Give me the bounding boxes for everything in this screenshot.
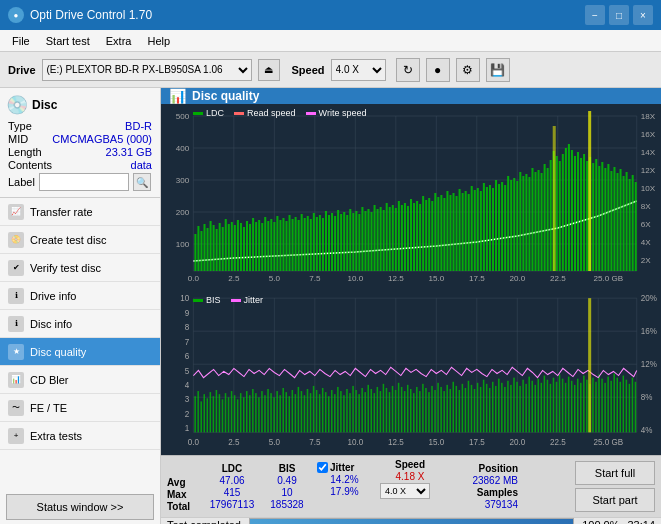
- svg-text:20%: 20%: [641, 294, 657, 303]
- svg-rect-104: [377, 209, 379, 271]
- svg-rect-254: [249, 395, 251, 432]
- sidebar-item-fe-te[interactable]: 〜 FE / TE: [0, 394, 160, 422]
- svg-rect-330: [480, 387, 482, 432]
- svg-rect-180: [607, 164, 609, 271]
- svg-rect-85: [319, 215, 321, 271]
- svg-rect-371: [604, 383, 606, 433]
- create-test-label: Create test disc: [30, 234, 106, 246]
- svg-rect-136: [474, 190, 476, 271]
- sidebar-item-disc-info[interactable]: ℹ Disc info: [0, 310, 160, 338]
- sidebar-item-create-test-disc[interactable]: 📀 Create test disc: [0, 226, 160, 254]
- svg-rect-317: [440, 387, 442, 432]
- svg-rect-96: [352, 213, 354, 271]
- svg-text:20.0: 20.0: [509, 438, 525, 447]
- start-part-button[interactable]: Start part: [575, 488, 655, 512]
- start-full-button[interactable]: Start full: [575, 461, 655, 485]
- svg-rect-128: [449, 195, 451, 271]
- svg-rect-375: [616, 378, 618, 433]
- menu-help[interactable]: Help: [139, 33, 178, 49]
- bottom-chart: BIS Jitter: [163, 293, 659, 453]
- speed-label: Speed: [292, 64, 325, 76]
- svg-rect-93: [343, 212, 345, 271]
- svg-rect-333: [489, 388, 491, 432]
- bis-max: 10: [265, 487, 309, 498]
- svg-rect-356: [559, 375, 561, 433]
- label-icon-button[interactable]: 🔍: [133, 173, 151, 191]
- eject-icon[interactable]: ⏏: [258, 59, 280, 81]
- save-icon[interactable]: 💾: [486, 58, 510, 82]
- maximize-button[interactable]: □: [609, 5, 629, 25]
- ldc-total: 17967113: [207, 499, 257, 510]
- sidebar-item-cd-bler[interactable]: 📊 CD Bler: [0, 366, 160, 394]
- svg-rect-367: [592, 378, 594, 433]
- svg-rect-296: [377, 387, 379, 432]
- svg-rect-298: [383, 384, 385, 433]
- svg-rect-92: [340, 214, 342, 271]
- svg-rect-364: [583, 376, 585, 433]
- jitter-stats-col: Jitter 14.2% 17.9%: [317, 462, 372, 512]
- svg-rect-241: [210, 392, 212, 432]
- svg-rect-348: [534, 385, 536, 432]
- svg-rect-274: [310, 393, 312, 432]
- sidebar-item-verify-test-disc[interactable]: ✔ Verify test disc: [0, 254, 160, 282]
- menu-start-test[interactable]: Start test: [38, 33, 98, 49]
- svg-rect-166: [565, 148, 567, 271]
- burn-icon[interactable]: ●: [426, 58, 450, 82]
- svg-rect-169: [574, 156, 576, 271]
- svg-rect-64: [255, 222, 257, 271]
- drive-selector[interactable]: (E:) PLEXTOR BD-R PX-LB950SA 1.06: [42, 59, 252, 81]
- minimize-button[interactable]: −: [585, 5, 605, 25]
- ldc-max: 415: [207, 487, 257, 498]
- svg-rect-66: [261, 223, 263, 271]
- transfer-rate-label: Transfer rate: [30, 206, 93, 218]
- sidebar-item-transfer-rate[interactable]: 📈 Transfer rate: [0, 198, 160, 226]
- sidebar-item-extra-tests[interactable]: + Extra tests: [0, 422, 160, 450]
- svg-rect-278: [322, 388, 324, 432]
- svg-rect-106: [383, 210, 385, 271]
- svg-rect-361: [574, 385, 576, 432]
- ldc-dot: [193, 112, 203, 115]
- svg-rect-328: [474, 389, 476, 432]
- sidebar-item-drive-info[interactable]: ℹ Drive info: [0, 282, 160, 310]
- svg-rect-154: [528, 177, 530, 271]
- svg-rect-353: [550, 384, 552, 433]
- status-window-button[interactable]: Status window >>: [6, 494, 154, 520]
- svg-rect-240: [207, 398, 209, 432]
- refresh-icon[interactable]: ↻: [396, 58, 420, 82]
- top-chart-svg: 500 400 300 200 100 18X 16X 14X 12X 10X …: [163, 106, 659, 291]
- close-button[interactable]: ×: [633, 5, 653, 25]
- type-label: Type: [8, 120, 32, 132]
- svg-rect-126: [443, 198, 445, 271]
- bis-stats-col: BIS 0.49 10 185328: [265, 463, 309, 510]
- svg-rect-299: [386, 388, 388, 432]
- speed-select[interactable]: 4.0 X: [380, 483, 430, 499]
- svg-rect-322: [456, 386, 458, 432]
- jitter-checkbox[interactable]: [317, 462, 328, 473]
- ldc-col-header: LDC: [207, 463, 257, 474]
- svg-rect-125: [440, 195, 442, 271]
- svg-rect-306: [407, 385, 409, 432]
- disc-info-label: Disc info: [30, 318, 72, 330]
- window-controls[interactable]: − □ ×: [585, 5, 653, 25]
- disc-section: 💿 Disc Type BD-R MID CMCMAGBA5 (000) Len…: [0, 88, 160, 198]
- svg-rect-295: [374, 393, 376, 432]
- settings-icon[interactable]: ⚙: [456, 58, 480, 82]
- menu-file[interactable]: File: [4, 33, 38, 49]
- svg-text:1: 1: [185, 424, 190, 433]
- svg-rect-301: [392, 386, 394, 432]
- label-input[interactable]: [39, 173, 129, 191]
- speed-selector[interactable]: 4.0 X: [331, 59, 386, 81]
- svg-rect-260: [267, 389, 269, 432]
- sidebar-item-disc-quality[interactable]: ★ Disc quality: [0, 338, 160, 366]
- svg-rect-286: [346, 389, 348, 432]
- svg-rect-177: [598, 166, 600, 271]
- svg-rect-76: [292, 219, 294, 271]
- svg-text:12.5: 12.5: [388, 274, 404, 283]
- samples-val: 379134: [448, 499, 518, 510]
- svg-rect-45: [197, 226, 199, 271]
- svg-rect-312: [425, 388, 427, 432]
- svg-rect-78: [298, 220, 300, 271]
- menu-extra[interactable]: Extra: [98, 33, 140, 49]
- svg-rect-280: [328, 396, 330, 432]
- svg-rect-120: [425, 200, 427, 271]
